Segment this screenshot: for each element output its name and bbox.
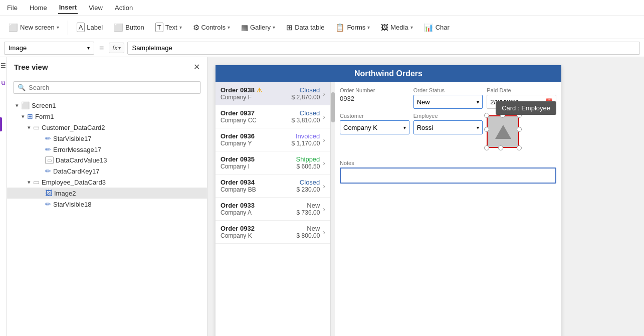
employee-field: Employee Rossi ▾ <box>413 113 483 153</box>
notes-input[interactable] <box>340 167 556 184</box>
forms-button[interactable]: 📋 Forms ▾ <box>331 21 374 35</box>
order-amount-0932: $ 800.00 <box>297 232 320 239</box>
tree-item-form1[interactable]: ▾ ⊞ Form1 <box>7 111 207 122</box>
layers-icon[interactable]: ⧉ <box>1 79 6 86</box>
tree-item-customer-datacard2[interactable]: ▾ ▭ Customer_DataCard2 <box>7 122 207 133</box>
label-button[interactable]: A Label <box>72 20 107 35</box>
order-company-0933: Company A <box>221 209 297 216</box>
menu-action[interactable]: Action <box>114 2 134 14</box>
customer-select[interactable]: Company K ▾ <box>340 120 409 134</box>
tree-item-starvisible17[interactable]: ✏ StarVisible17 <box>7 133 207 144</box>
tree-item-employee-datacard3[interactable]: ▾ ▭ Employee_DataCard3 <box>7 177 207 188</box>
app-body: Order 0938 ⚠ Company F Closed $ 2,870.00… <box>216 82 561 336</box>
expand-employee-datacard3[interactable]: ▾ <box>25 179 33 186</box>
menu-file[interactable]: File <box>6 2 19 14</box>
employee-label: Employee <box>413 113 483 119</box>
search-box: 🔍 <box>13 81 201 94</box>
hamburger-icon[interactable]: ☰ <box>1 62 6 69</box>
expand-screen1[interactable]: ▾ <box>13 102 21 109</box>
new-screen-button[interactable]: ⬜ New screen ▾ <box>4 21 64 35</box>
handle-br[interactable] <box>517 145 522 150</box>
gallery-button[interactable]: ▦ Gallery ▾ <box>237 21 280 35</box>
order-number-field: Order Number 0932 <box>340 87 409 109</box>
order-status-0934: Closed <box>297 179 320 186</box>
order-item-0936[interactable]: Order 0936 Company Y Invoiced $ 1,170.00… <box>216 128 330 151</box>
datacardvalue13-label: DataCardValue13 <box>56 156 107 164</box>
tree-item-datacardkey17[interactable]: ✏ DataCardKey17 <box>7 165 207 177</box>
formula-name-box[interactable]: Image ▾ <box>4 42 94 55</box>
handle-mr[interactable] <box>517 127 522 132</box>
order-item-0933[interactable]: Order 0933 Company A New $ 736.00 › <box>216 198 330 221</box>
warning-icon-0938: ⚠ <box>257 87 262 94</box>
gallery-icon: ▦ <box>241 23 248 32</box>
order-amount-0936: $ 1,170.00 <box>292 140 320 147</box>
order-item-0935[interactable]: Order 0935 Company I Shipped $ 606.50 › <box>216 151 330 175</box>
search-input[interactable] <box>29 84 196 91</box>
formula-input[interactable] <box>127 42 640 55</box>
orders-list: Order 0938 ⚠ Company F Closed $ 2,870.00… <box>216 82 331 336</box>
chevron-down-icon: ▾ <box>57 25 59 30</box>
order-arrow-0938: › <box>323 90 325 98</box>
orders-scrollbar[interactable] <box>331 82 335 336</box>
order-item-0932[interactable]: Order 0932 Company K New $ 800.00 › <box>216 221 330 244</box>
order-company-0937: Company CC <box>221 117 292 124</box>
menu-insert[interactable]: Insert <box>58 2 78 14</box>
handle-ml[interactable] <box>484 127 489 132</box>
employee-select[interactable]: Rossi ▾ <box>413 120 483 134</box>
edit-icon-datacardkey17: ✏ <box>45 167 51 175</box>
formula-name-value: Image <box>9 44 27 52</box>
detail-panel: Card : Employee Order Number 0932 Order … <box>335 82 561 336</box>
order-arrow-0932: › <box>323 228 325 236</box>
expand-form1[interactable]: ▾ <box>19 113 27 120</box>
screen1-label: Screen1 <box>32 102 56 109</box>
order-item-0937[interactable]: Order 0937 Company CC Closed $ 3,810.00 … <box>216 105 330 128</box>
button-button[interactable]: ⬜ Button <box>109 21 149 35</box>
formula-equals-sign: = <box>97 44 106 53</box>
employee-datacard3-label: Employee_DataCard3 <box>42 179 106 186</box>
canvas-area: Northwind Orders Order 0938 ⚠ <box>207 57 644 336</box>
tree-panel: Tree view ✕ 🔍 ▾ ⬜ Screen1 ▾ ⊞ Form1 <box>7 57 207 336</box>
tree-close-button[interactable]: ✕ <box>193 62 200 72</box>
formula-fx-button[interactable]: fx ▾ <box>109 43 124 53</box>
chevron-down-icon-media: ▾ <box>410 25 413 30</box>
tree-item-starvisible18[interactable]: ✏ StarVisible18 <box>7 199 207 210</box>
scroll-thumb[interactable] <box>331 92 335 122</box>
app-canvas: Northwind Orders Order 0938 ⚠ <box>216 65 561 336</box>
chevron-down-icon-employee: ▾ <box>477 125 479 130</box>
order-status-0936: Invoiced <box>292 132 320 140</box>
media-button[interactable]: 🖼 Media ▾ <box>376 21 417 34</box>
tree-item-datacardvalue13[interactable]: ▭ DataCardValue13 <box>7 155 207 165</box>
order-status-select[interactable]: New ▾ <box>413 95 483 109</box>
controls-button[interactable]: ⚙ Controls ▾ <box>188 21 235 35</box>
order-arrow-0937: › <box>323 113 325 121</box>
tree-item-errormessage17[interactable]: ✏ ErrorMessage17 <box>7 144 207 155</box>
tree-item-screen1[interactable]: ▾ ⬜ Screen1 <box>7 100 207 111</box>
datacardkey17-label: DataCardKey17 <box>53 167 100 175</box>
order-arrow-0936: › <box>323 136 325 144</box>
menu-home[interactable]: Home <box>29 2 48 14</box>
datatable-button[interactable]: ⊞ Data table <box>282 21 329 35</box>
left-sidebar: ☰ ⧉ <box>0 57 7 336</box>
order-amount-0937: $ 3,810.00 <box>292 117 320 124</box>
order-item-0938[interactable]: Order 0938 ⚠ Company F Closed $ 2,870.00… <box>216 82 330 105</box>
search-icon: 🔍 <box>18 84 26 91</box>
order-status-0938: Closed <box>292 86 320 94</box>
text-button[interactable]: T Text ▾ <box>151 20 186 35</box>
handle-bm[interactable] <box>498 145 503 150</box>
order-item-0934[interactable]: Order 0934 Company BB Closed $ 230.00 › <box>216 175 330 198</box>
handle-bl[interactable] <box>484 145 489 150</box>
order-amount-0935: $ 606.50 <box>296 163 320 170</box>
image-card[interactable] <box>487 115 519 148</box>
controls-icon: ⚙ <box>193 23 199 32</box>
media-icon: 🖼 <box>381 23 388 32</box>
chart-button[interactable]: 📊 Char <box>419 21 454 35</box>
menu-view[interactable]: View <box>88 2 104 14</box>
app-header: Northwind Orders <box>216 65 561 82</box>
main-layout: ☰ ⧉ Tree view ✕ 🔍 ▾ ⬜ Screen1 ▾ ⊞ <box>0 57 644 336</box>
starvisible18-label: StarVisible18 <box>53 201 91 208</box>
expand-customer-datacard2[interactable]: ▾ <box>25 124 33 131</box>
paid-date-label: Paid Date <box>487 87 556 93</box>
tree-item-image2[interactable]: 🖼 Image2 <box>7 188 207 199</box>
chevron-down-icon-customer: ▾ <box>403 125 406 130</box>
edit-icon-starvisible17: ✏ <box>45 134 51 142</box>
